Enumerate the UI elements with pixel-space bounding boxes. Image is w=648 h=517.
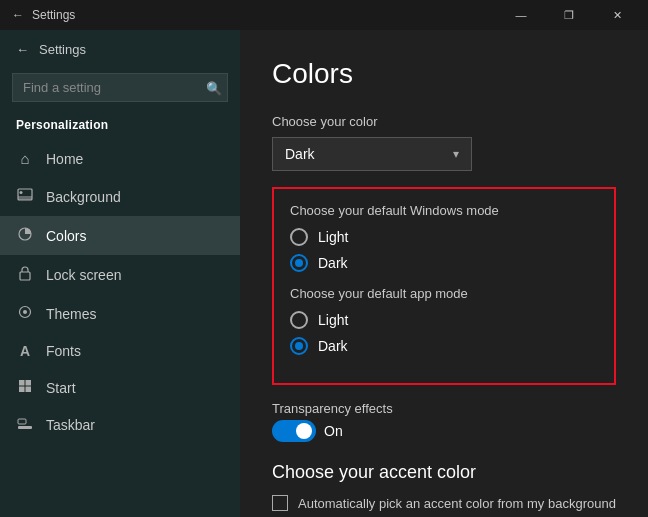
svg-rect-12	[18, 419, 26, 424]
sidebar-item-start[interactable]: Start	[0, 369, 240, 406]
svg-rect-4	[20, 272, 30, 280]
themes-icon	[16, 304, 34, 323]
minimize-button[interactable]: —	[498, 0, 544, 30]
windows-mode-radio-group: Light Dark	[290, 228, 598, 272]
restore-button[interactable]: ❐	[546, 0, 592, 30]
chevron-down-icon: ▾	[453, 147, 459, 161]
accent-section: Choose your accent color Automatically p…	[272, 462, 616, 511]
svg-rect-1	[18, 196, 32, 200]
windows-light-label: Light	[318, 229, 348, 245]
auto-accent-checkbox-row[interactable]: Automatically pick an accent color from …	[272, 495, 616, 511]
sidebar-search-container: 🔍	[12, 73, 228, 102]
app-dark-option[interactable]: Dark	[290, 337, 598, 355]
sidebar-item-fonts[interactable]: A Fonts	[0, 333, 240, 369]
colors-icon	[16, 226, 34, 245]
transparency-section: Transparency effects On	[272, 401, 616, 442]
sidebar-section-title: Personalization	[0, 114, 240, 140]
close-button[interactable]: ✕	[594, 0, 640, 30]
svg-rect-7	[19, 380, 25, 386]
background-icon	[16, 187, 34, 206]
fonts-icon: A	[16, 343, 34, 359]
back-arrow-icon: ←	[12, 8, 24, 22]
sidebar-item-lock-screen[interactable]: Lock screen	[0, 255, 240, 294]
page-title: Colors	[272, 58, 616, 90]
taskbar-icon	[16, 416, 34, 433]
auto-accent-checkbox[interactable]	[272, 495, 288, 511]
sidebar-background-label: Background	[46, 189, 121, 205]
mode-selection-box: Choose your default Windows mode Light D…	[272, 187, 616, 385]
lock-icon	[16, 265, 34, 284]
svg-rect-10	[26, 387, 32, 393]
windows-dark-option[interactable]: Dark	[290, 254, 598, 272]
app-light-radio[interactable]	[290, 311, 308, 329]
sidebar: ← Settings 🔍 Personalization ⌂ Home Back…	[0, 30, 240, 517]
svg-rect-11	[18, 426, 32, 429]
sidebar-lock-label: Lock screen	[46, 267, 121, 283]
transparency-toggle[interactable]	[272, 420, 316, 442]
svg-point-6	[23, 310, 27, 314]
app-mode-title: Choose your default app mode	[290, 286, 598, 301]
sidebar-item-home[interactable]: ⌂ Home	[0, 140, 240, 177]
app-dark-radio[interactable]	[290, 337, 308, 355]
sidebar-taskbar-label: Taskbar	[46, 417, 95, 433]
main-content: Colors Choose your color Dark ▾ Choose y…	[240, 30, 648, 517]
app-dark-label: Dark	[318, 338, 348, 354]
sidebar-item-themes[interactable]: Themes	[0, 294, 240, 333]
app-body: ← Settings 🔍 Personalization ⌂ Home Back…	[0, 30, 648, 517]
svg-point-2	[20, 191, 23, 194]
color-dropdown-value: Dark	[285, 146, 315, 162]
windows-light-radio[interactable]	[290, 228, 308, 246]
sidebar-item-background[interactable]: Background	[0, 177, 240, 216]
home-icon: ⌂	[16, 150, 34, 167]
windows-mode-title: Choose your default Windows mode	[290, 203, 598, 218]
sidebar-home-label: Settings	[39, 42, 86, 57]
titlebar-left: ← Settings	[12, 8, 75, 22]
sidebar-back-button[interactable]: ← Settings	[0, 30, 240, 69]
windows-dark-label: Dark	[318, 255, 348, 271]
search-icon: 🔍	[206, 80, 222, 95]
accent-title: Choose your accent color	[272, 462, 616, 483]
app-light-label: Light	[318, 312, 348, 328]
color-dropdown[interactable]: Dark ▾	[272, 137, 472, 171]
titlebar-controls: — ❐ ✕	[498, 0, 640, 30]
auto-accent-label: Automatically pick an accent color from …	[298, 496, 616, 511]
titlebar-title: Settings	[32, 8, 75, 22]
color-label: Choose your color	[272, 114, 616, 129]
app-light-option[interactable]: Light	[290, 311, 598, 329]
app-mode-radio-group: Light Dark	[290, 311, 598, 355]
transparency-on-label: On	[324, 423, 343, 439]
sidebar-item-taskbar[interactable]: Taskbar	[0, 406, 240, 443]
toggle-knob	[296, 423, 312, 439]
transparency-label: Transparency effects	[272, 401, 616, 416]
windows-dark-radio[interactable]	[290, 254, 308, 272]
titlebar: ← Settings — ❐ ✕	[0, 0, 648, 30]
search-input[interactable]	[12, 73, 228, 102]
windows-light-option[interactable]: Light	[290, 228, 598, 246]
sidebar-start-label: Start	[46, 380, 76, 396]
sidebar-item-colors[interactable]: Colors	[0, 216, 240, 255]
sidebar-themes-label: Themes	[46, 306, 97, 322]
back-icon: ←	[16, 42, 29, 57]
sidebar-home-item-label: Home	[46, 151, 83, 167]
sidebar-colors-label: Colors	[46, 228, 86, 244]
start-icon	[16, 379, 34, 396]
svg-rect-8	[26, 380, 32, 386]
sidebar-fonts-label: Fonts	[46, 343, 81, 359]
svg-rect-9	[19, 387, 25, 393]
transparency-toggle-wrapper: On	[272, 420, 616, 442]
